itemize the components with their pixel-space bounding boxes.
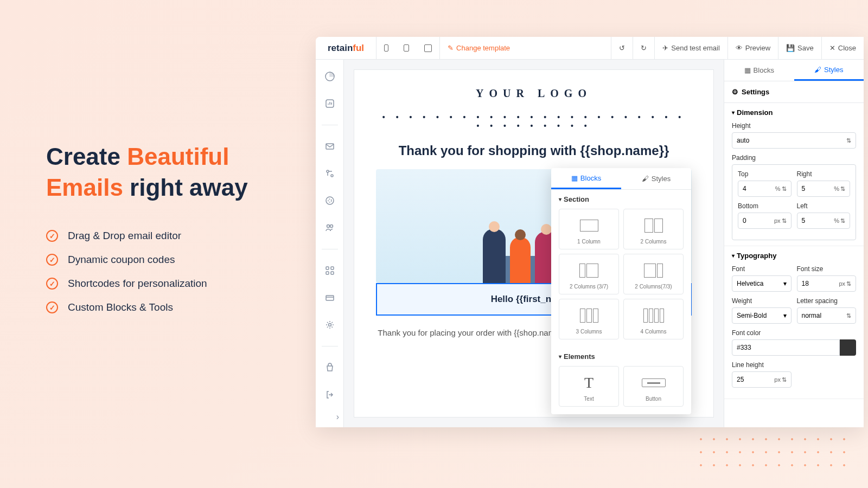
sidebar-billing[interactable]	[324, 292, 336, 304]
svg-point-14	[328, 324, 331, 326]
block-4-columns[interactable]: 4 Columns	[623, 299, 684, 339]
preview-button[interactable]: 👁Preview	[728, 37, 778, 59]
feature-label: Drag & Drop email editor	[68, 230, 181, 242]
padding-right-input[interactable]: 5% ⇅	[797, 181, 851, 197]
height-input[interactable]: auto⇅	[732, 132, 856, 149]
close-button[interactable]: ✕Close	[822, 37, 864, 59]
sidebar-emails[interactable]	[324, 140, 336, 152]
tab-label: Blocks	[754, 66, 774, 74]
change-template-button[interactable]: ✎Change template	[440, 37, 518, 59]
sidebar-automation[interactable]	[324, 168, 336, 179]
svg-point-7	[327, 225, 329, 228]
font-color-input[interactable]: #333	[732, 339, 856, 356]
select-value: Semi-Bold	[737, 312, 767, 319]
padding-left-input[interactable]: 5% ⇅	[797, 213, 851, 229]
font-select[interactable]: Helvetica▾	[732, 275, 792, 292]
chevron-down-icon: ▾	[783, 280, 787, 287]
padding-group: Top4% ⇅ Right5% ⇅ Bottom0px ⇅ Left5% ⇅	[732, 164, 856, 240]
sidebar-coupons[interactable]	[324, 195, 336, 207]
redo-button[interactable]: ↻	[633, 37, 654, 59]
svg-rect-11	[326, 272, 329, 274]
email-headline[interactable]: Thank you for shopping with {{shop.name}…	[376, 143, 692, 158]
desktop-icon	[424, 44, 432, 52]
device-desktop-button[interactable]	[417, 37, 439, 59]
field-label: Left	[797, 202, 851, 210]
field-label: Right	[797, 170, 851, 178]
svg-point-6	[328, 199, 331, 202]
block-label: 2 Columns	[627, 239, 680, 245]
block-1-column[interactable]: 1 Column	[559, 209, 619, 249]
block-label: Text	[563, 396, 615, 402]
eye-icon: 👁	[736, 44, 743, 52]
undo-button[interactable]: ↺	[611, 37, 633, 59]
block-3-columns[interactable]: 3 Columns	[559, 299, 619, 339]
button-label: Close	[838, 44, 856, 52]
weight-select[interactable]: Semi-Bold▾	[732, 307, 792, 324]
button-label: Save	[797, 44, 814, 52]
check-icon	[46, 301, 58, 313]
field-label: Font	[732, 265, 792, 273]
font-size-input[interactable]: 18px ⇅	[797, 275, 857, 292]
unit-label: px	[839, 280, 845, 287]
block-text[interactable]: TText	[559, 366, 619, 407]
section-header[interactable]: Dimension	[732, 108, 856, 117]
letter-spacing-input[interactable]: normal⇅	[797, 307, 857, 324]
section-label: Elements	[564, 352, 595, 361]
block-button[interactable]: Button	[623, 366, 684, 407]
padding-bottom-input[interactable]: 0px ⇅	[738, 213, 792, 229]
color-swatch[interactable]	[840, 339, 856, 356]
stepper-icon[interactable]: ⇅	[846, 137, 851, 144]
block-2-columns[interactable]: 2 Columns	[623, 209, 684, 249]
padding-top-input[interactable]: 4% ⇅	[738, 181, 792, 197]
unit-label: %	[834, 217, 839, 224]
tab-styles[interactable]: 🖌 Styles	[794, 60, 864, 81]
tab-blocks[interactable]: ▦ Blocks	[551, 168, 621, 189]
select-value: Helvetica	[737, 280, 763, 287]
device-mobile-button[interactable]	[376, 37, 396, 59]
section-label: Typography	[737, 252, 776, 260]
input-value: 5	[802, 185, 806, 192]
section-header[interactable]: Section	[559, 195, 684, 203]
close-icon: ✕	[829, 44, 835, 52]
sidebar-expand-button[interactable]: ›	[336, 412, 339, 422]
topbar: retainful ✎Change template ↺ ↻ ✈Send tes…	[316, 37, 864, 60]
sidebar-logout[interactable]	[324, 389, 336, 401]
tab-styles[interactable]: 🖌 Styles	[621, 168, 691, 189]
block-2-columns-73[interactable]: 2 Columns(7/3)	[623, 254, 684, 294]
sidebar-store[interactable]	[324, 362, 336, 374]
sidebar-settings[interactable]	[324, 319, 336, 331]
button-label: Preview	[745, 44, 770, 52]
blocks-floating-panel: ▦ Blocks 🖌 Styles Section 1 Column 2 Col…	[551, 168, 691, 414]
hero-section: Create Beautiful Emails right away Drag …	[46, 141, 279, 325]
sidebar-analytics[interactable]	[324, 98, 336, 110]
sidebar-customers[interactable]	[324, 222, 336, 234]
svg-rect-10	[331, 267, 334, 269]
device-tablet-button[interactable]	[396, 37, 417, 59]
save-button[interactable]: 💾Save	[778, 37, 821, 59]
sidebar-apps[interactable]	[324, 265, 336, 277]
line-height-input[interactable]: 25px ⇅	[732, 371, 792, 388]
button-label: Change template	[456, 44, 510, 52]
check-icon	[46, 254, 58, 266]
svg-point-8	[330, 225, 333, 228]
tab-blocks[interactable]: ▦ Blocks	[724, 60, 794, 81]
panel-tabs: ▦ Blocks 🖌 Styles	[724, 60, 864, 81]
email-logo-placeholder[interactable]: YOUR LOGO	[376, 87, 692, 100]
svg-rect-13	[326, 296, 334, 300]
section-header[interactable]: Elements	[559, 352, 684, 361]
block-2-columns-37[interactable]: 2 Columns (3/7)	[559, 254, 619, 294]
settings-header[interactable]: ⚙Settings	[724, 81, 864, 103]
typography-section: Typography FontHelvetica▾ Font size18px …	[724, 246, 864, 399]
save-icon: 💾	[786, 44, 795, 52]
undo-icon: ↺	[619, 44, 625, 52]
input-value: auto	[737, 137, 749, 144]
sidebar-dashboard[interactable]	[324, 70, 336, 82]
send-test-button[interactable]: ✈Send test email	[655, 37, 727, 59]
input-value: 5	[802, 217, 806, 224]
section-label: Section	[564, 195, 589, 203]
block-label: 2 Columns(7/3)	[627, 284, 680, 290]
stepper-icon[interactable]: ⇅	[846, 312, 851, 319]
field-label: Letter spacing	[797, 297, 857, 305]
section-header[interactable]: Typography	[732, 252, 856, 260]
button-icon	[642, 378, 666, 387]
